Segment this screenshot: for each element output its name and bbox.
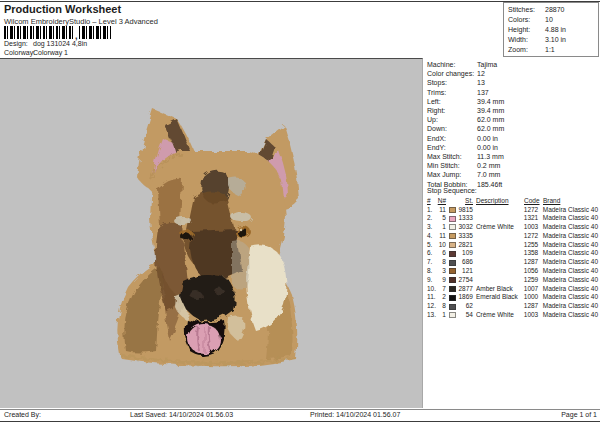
- thread-brand: Madeira Classic 40: [543, 293, 598, 302]
- needle-number: 3: [437, 267, 446, 276]
- needle-number: 10: [437, 241, 446, 250]
- stitch-count: 62: [457, 302, 473, 311]
- stats-label: Height:: [508, 25, 545, 35]
- colorway-row: Colorway: Colorway 1: [4, 49, 68, 56]
- table-row: 4. 11 3335 1272 Madeira Classic 40: [427, 232, 598, 241]
- thread-color-swatch: [449, 260, 456, 266]
- thread-brand: Madeira Classic 40: [543, 223, 598, 232]
- stop-sequence-header: # N# St. Description Code Brand: [427, 196, 598, 206]
- thread-code: 1255: [524, 241, 541, 250]
- thread-code: 1000: [524, 293, 541, 302]
- thread-brand: Madeira Classic 40: [543, 267, 598, 276]
- thread-brand: Madeira Classic 40: [543, 232, 598, 241]
- stats-label: Stitches:: [508, 5, 545, 15]
- machine-info-row: EndX: 0.00 in: [427, 134, 598, 143]
- barcode-separator: ,: [75, 33, 78, 39]
- machine-info-value: 7.0 mm: [477, 170, 500, 179]
- machine-info-label: Max Jump:: [427, 170, 477, 179]
- machine-info-row: Trims: 137: [427, 88, 598, 97]
- row-number: 13.: [427, 311, 437, 320]
- stitch-count: 686: [457, 258, 473, 267]
- design-label: Design:: [4, 40, 33, 47]
- design-row: Design: dog 131024 4,8in: [4, 40, 87, 47]
- stitch-count: 2877: [457, 285, 473, 294]
- col-header-code: Code: [524, 196, 541, 206]
- machine-info-row: Color changes: 12: [427, 69, 598, 78]
- machine-info-label: Left:: [427, 97, 477, 106]
- thread-color-swatch: [449, 286, 456, 292]
- colorway-value: Colorway 1: [33, 49, 68, 56]
- design-canvas: [0, 58, 423, 408]
- machine-info-value: 39.4 mm: [477, 97, 504, 106]
- table-row: 1. 11 9815 1272 Madeira Classic 40: [427, 206, 598, 215]
- needle-number: 6: [437, 249, 446, 258]
- row-number: 6.: [427, 249, 437, 258]
- stitch-count: 1333: [457, 214, 473, 223]
- printed-text: Printed: 14/10/2024 01.56.07: [310, 411, 400, 418]
- row-number: 1.: [427, 206, 437, 215]
- table-row: 7. 8 686 1287 Madeira Classic 40: [427, 258, 598, 267]
- thread-code: 1321: [524, 214, 541, 223]
- stop-sequence-rows: 1. 11 9815 1272 Madeira Classic 40 2. 5 …: [427, 206, 598, 320]
- thread-code: 1007: [524, 285, 541, 294]
- thread-color-swatch: [449, 224, 456, 230]
- table-row: 3. 1 3032 Crème White 1003 Madeira Class…: [427, 223, 598, 232]
- col-header-stitches: St.: [457, 196, 473, 206]
- machine-info-row: Stops: 13: [427, 78, 598, 87]
- machine-info-label: Trims:: [427, 88, 477, 97]
- machine-info-value: 13: [477, 78, 485, 87]
- table-row: 12. 8 62 1287 Madeira Classic 40: [427, 302, 598, 311]
- row-number: 12.: [427, 302, 437, 311]
- row-number: 4.: [427, 232, 437, 241]
- stitch-count: 1869: [457, 293, 473, 302]
- stitch-count: 3032: [457, 223, 473, 232]
- german-shepherd-design: [0, 59, 423, 409]
- machine-info-label: Min Stitch:: [427, 161, 477, 170]
- machine-info-row: Machine: Tajima: [427, 60, 598, 69]
- row-number: 5.: [427, 241, 437, 250]
- app-subtitle: Wilcom EmbroideryStudio – Level 3 Advanc…: [4, 17, 158, 26]
- machine-info-value: Tajima: [477, 60, 497, 69]
- machine-info-row: Min Stitch: 0.2 mm: [427, 161, 598, 170]
- thread-color-swatch: [449, 277, 456, 283]
- table-row: 6. 6 109 1358 Madeira Classic 40: [427, 249, 598, 258]
- footer-divider-line: [0, 409, 600, 410]
- col-header-brand: Brand: [543, 196, 560, 206]
- thread-brand: Madeira Classic 40: [543, 302, 598, 311]
- row-number: 9.: [427, 276, 437, 285]
- thread-brand: Madeira Classic 40: [543, 214, 598, 223]
- table-row: 8. 3 121 1056 Madeira Classic 40: [427, 267, 598, 276]
- machine-info-value: 185.46ft: [477, 180, 502, 189]
- machine-info-value: 62.0 mm: [477, 124, 504, 133]
- thread-description: Crème White: [476, 223, 522, 232]
- needle-number: 11: [437, 206, 446, 215]
- stats-row: Zoom: 1:1: [508, 45, 598, 55]
- thread-code: 1259: [524, 276, 541, 285]
- col-header-num: #: [427, 196, 437, 206]
- machine-info-label: Up:: [427, 115, 477, 124]
- thread-description: Emerald Black: [476, 293, 522, 302]
- machine-info-label: Down:: [427, 124, 477, 133]
- stitch-count: 2754: [457, 276, 473, 285]
- machine-info-label: Color changes:: [427, 69, 477, 78]
- table-row: 11. 2 1869 Emerald Black 1000 Madeira Cl…: [427, 293, 598, 302]
- thread-color-swatch: [449, 216, 456, 222]
- stitch-count: 9815: [457, 206, 473, 215]
- thread-brand: Madeira Classic 40: [543, 206, 598, 215]
- machine-info-label: Machine:: [427, 60, 477, 69]
- stats-value: 28870: [545, 5, 564, 15]
- stats-label: Colors:: [508, 15, 545, 25]
- thread-color-swatch: [449, 295, 456, 301]
- barcode-bars-left: [4, 26, 74, 39]
- machine-info-value: 11.3 mm: [477, 152, 504, 161]
- row-number: 8.: [427, 267, 437, 276]
- machine-info-label: Right:: [427, 106, 477, 115]
- thread-code: 1003: [524, 311, 541, 320]
- thread-color-swatch: [449, 268, 456, 274]
- design-stats-box: Stitches: 28870 Colors: 10 Height: 4.88 …: [503, 2, 599, 57]
- thread-brand: Madeira Classic 40: [543, 258, 598, 267]
- needle-number: 8: [437, 302, 446, 311]
- machine-info-row: EndY: 0.00 in: [427, 143, 598, 152]
- machine-info: Machine: Tajima Color changes: 12 Stops:…: [427, 60, 598, 189]
- needle-number: 1: [437, 311, 446, 320]
